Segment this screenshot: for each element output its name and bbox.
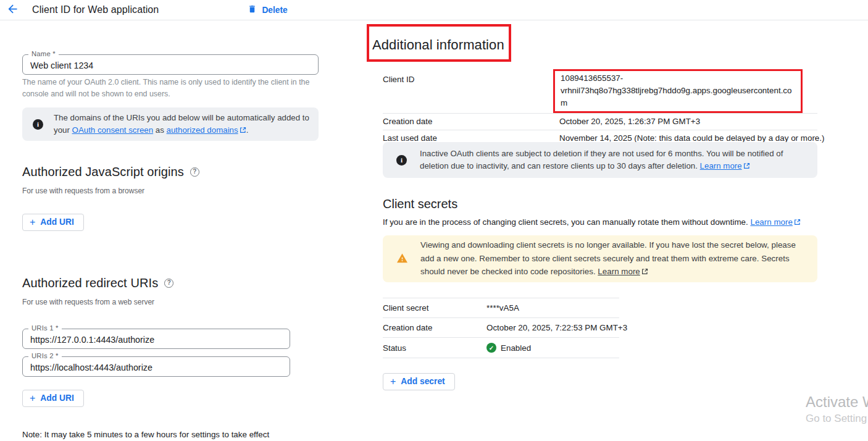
client-id-value: 1089413655537-vrhnil73hq8o7hg338tljrebg7… [561,72,797,109]
status-label: Status [383,343,486,353]
redirect-uris-title: Authorized redirect URIs [22,276,158,290]
add-origin-uri-label: Add URI [40,217,73,227]
client-secrets-intro: If you are in the process of changing cl… [383,217,801,227]
help-icon[interactable]: ? [164,279,173,288]
creation-date-value: October 20, 2025, 1:26:37 PM GMT+3 [559,117,700,126]
help-icon[interactable]: ? [190,167,199,177]
client-secrets-title: Client secrets [383,197,457,211]
client-settings-panel: Name * The name of your OAuth 2.0 client… [22,0,319,441]
redirect-uri-1-input[interactable] [23,329,290,348]
table-row-status: Status ✓ Enabled [383,338,619,358]
last-used-date-label: Last used date [383,133,559,143]
secrets-warning-banner: Viewing and downloading client secrets i… [383,235,817,282]
domains-info-banner: i The domains of the URIs you add below … [22,107,319,141]
additional-information-title: Additional information [369,27,509,53]
redirect-uris-subtitle: For use with requests from a web server [22,298,154,306]
warning-learn-more-link[interactable]: Learn more [598,267,640,276]
client-id-label: Client ID [383,69,559,84]
watermark-line-2: Go to Setting [806,413,868,425]
last-used-date-value: November 14, 2025 (Note: this data could… [559,133,825,143]
name-field-label: Name * [28,50,59,57]
oauth-consent-screen-link[interactable]: OAuth consent screen [72,125,154,135]
secret-creation-date-value: October 20, 2025, 7:22:53 PM GMT+3 [486,323,627,332]
status-badge: ✓ Enabled [486,343,531,353]
redirect-uris-heading: Authorized redirect URIs ? [22,276,173,290]
secrets-intro-text: If you are in the process of changing cl… [383,217,750,227]
check-circle-icon: ✓ [486,343,496,353]
secret-creation-date-label: Creation date [383,323,486,332]
client-name-input[interactable] [23,55,318,74]
table-row-client-secret: Client secret ****vA5A [383,298,619,318]
info-icon: i [33,119,43,130]
uri-2-label: URIs 2 * [28,352,62,359]
inactive-learn-more-link[interactable]: Learn more [700,161,742,170]
status-value: Enabled [501,343,531,353]
add-secret-button[interactable]: + Add secret [383,373,455,390]
inactive-clients-banner: i Inactive OAuth clients are subject to … [383,142,817,178]
external-link-icon [641,266,648,279]
js-origins-heading: Authorized JavaScript origins ? [22,165,199,179]
inactive-clients-text: Inactive OAuth clients are subject to de… [420,148,806,173]
plus-icon: + [390,377,396,386]
uri-1-label: URIs 1 * [28,324,62,332]
settings-delay-note: Note: It may take 5 minutes to a few hou… [22,430,319,439]
name-helper-text: The name of your OAuth 2.0 client. This … [22,77,317,99]
table-row-client-id: Client ID 1089413655537-vrhnil73hq8o7hg3… [383,69,817,114]
client-name-field: Name * [22,54,319,75]
back-arrow-icon [6,2,19,17]
warning-icon [396,253,408,266]
windows-activation-watermark: Activate W Go to Setting [806,393,868,425]
watermark-line-1: Activate W [806,393,868,411]
plus-icon: + [30,218,35,227]
table-row-secret-creation-date: Creation date October 20, 2025, 7:22:53 … [383,318,619,338]
domains-banner-text: The domains of the URIs you add below wi… [54,112,310,137]
add-redirect-uri-label: Add URI [40,393,73,403]
client-secret-value: ****vA5A [486,303,519,313]
plus-icon: + [30,394,35,403]
add-origin-uri-button[interactable]: + Add URI [22,214,84,231]
external-link-icon [240,125,246,137]
secrets-learn-more-link[interactable]: Learn more [750,217,792,227]
domains-text-3: . [246,125,249,135]
secrets-warning-text: Viewing and downloading client secrets i… [420,238,807,279]
js-origins-subtitle: For use with requests from a browser [22,187,144,195]
client-secret-label: Client secret [383,303,486,313]
add-redirect-uri-button[interactable]: + Add URI [22,390,84,407]
js-origins-title: Authorized JavaScript origins [22,165,184,179]
external-link-icon [743,161,750,173]
info-icon: i [396,155,407,166]
additional-information-panel: Additional information Client ID 1089413… [369,0,838,441]
annotation-box-heading: Additional information [367,24,511,62]
redirect-uri-2-field: URIs 2 * [22,356,290,377]
annotation-box-client-id: 1089413655537-vrhnil73hq8o7hg338tljrebg7… [553,69,803,113]
redirect-uri-2-input[interactable] [23,357,290,376]
table-row-creation-date: Creation date October 20, 2025, 1:26:37 … [383,114,817,130]
redirect-uri-1-field: URIs 1 * [22,329,290,349]
back-button[interactable] [0,0,25,20]
add-secret-label: Add secret [401,377,444,386]
domains-text-2: as [153,125,166,135]
additional-information-table: Client ID 1089413655537-vrhnil73hq8o7hg3… [383,69,817,147]
creation-date-label: Creation date [383,117,559,126]
client-secret-table: Client secret ****vA5A Creation date Oct… [383,298,619,358]
authorized-domains-link[interactable]: authorized domains [167,125,238,135]
external-link-icon [794,218,801,227]
